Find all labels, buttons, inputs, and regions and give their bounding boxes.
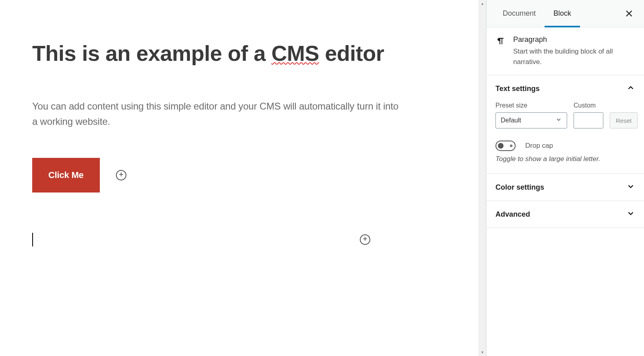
dropcap-hint: Toggle to show a large initial letter. bbox=[495, 155, 635, 163]
preset-size-value: Default bbox=[501, 117, 521, 124]
preset-size-field: Preset size Default bbox=[495, 102, 567, 128]
button-block-row: Click Me bbox=[32, 158, 402, 192]
post-title[interactable]: This is an example of a CMS editor bbox=[32, 40, 402, 66]
tab-document[interactable]: Document bbox=[494, 0, 545, 27]
block-info-text: Paragraph Start with the building block … bbox=[513, 35, 635, 67]
scroll-down-arrow[interactable]: ▼ bbox=[479, 349, 486, 356]
panel-body-text-settings: Preset size Default Custom Reset bbox=[487, 102, 644, 174]
chevron-down-icon bbox=[626, 209, 635, 219]
plus-icon bbox=[362, 236, 368, 243]
title-text-prefix: This is an example of a bbox=[32, 41, 271, 65]
editor-scrollbar[interactable]: ▲ ▼ bbox=[479, 0, 486, 356]
panel-header-color-settings[interactable]: Color settings bbox=[487, 174, 644, 201]
toggle-knob bbox=[498, 143, 504, 149]
add-block-inline-button[interactable] bbox=[116, 170, 126, 180]
preset-size-select[interactable]: Default bbox=[495, 112, 567, 128]
panel-title: Color settings bbox=[495, 183, 544, 192]
paragraph-icon bbox=[495, 35, 506, 67]
font-size-row: Preset size Default Custom Reset bbox=[495, 102, 635, 128]
tab-block[interactable]: Block bbox=[545, 0, 580, 27]
editor-canvas[interactable]: This is an example of a CMS editor You c… bbox=[0, 0, 486, 356]
panel-title: Text settings bbox=[495, 85, 540, 93]
paragraph-block[interactable]: You can add content using this simple ed… bbox=[32, 99, 402, 130]
panel-color-settings: Color settings bbox=[487, 174, 644, 201]
preset-size-label: Preset size bbox=[495, 102, 567, 109]
chevron-up-icon bbox=[626, 83, 635, 94]
cms-button[interactable]: Click Me bbox=[32, 158, 100, 192]
panel-advanced: Advanced bbox=[487, 201, 644, 228]
dropcap-row: Drop cap bbox=[495, 141, 635, 151]
add-block-trailing-button[interactable] bbox=[360, 234, 370, 245]
close-icon: ✕ bbox=[625, 8, 634, 20]
panel-title: Advanced bbox=[495, 210, 530, 219]
block-type-description: Start with the building block of all nar… bbox=[513, 46, 635, 67]
reset-size-button[interactable]: Reset bbox=[610, 112, 638, 128]
custom-size-field: Custom bbox=[574, 102, 603, 128]
custom-size-label: Custom bbox=[574, 102, 603, 109]
text-caret bbox=[32, 233, 33, 246]
title-spellcheck-word[interactable]: CMS bbox=[271, 41, 319, 65]
chevron-down-icon bbox=[626, 182, 635, 192]
custom-size-input[interactable] bbox=[574, 112, 603, 128]
chevron-down-icon bbox=[555, 116, 562, 124]
empty-block-row[interactable] bbox=[32, 233, 402, 246]
editor-content: This is an example of a CMS editor You c… bbox=[0, 0, 435, 271]
panel-header-advanced[interactable]: Advanced bbox=[487, 201, 644, 228]
plus-icon bbox=[118, 172, 124, 179]
scrollbar-track-area[interactable] bbox=[479, 7, 486, 349]
toggle-off-indicator bbox=[510, 145, 512, 147]
scroll-up-arrow[interactable]: ▲ bbox=[479, 0, 486, 7]
dropcap-toggle[interactable] bbox=[495, 141, 516, 151]
title-text-suffix: editor bbox=[319, 41, 384, 65]
close-sidebar-button[interactable]: ✕ bbox=[621, 5, 637, 22]
block-type-title: Paragraph bbox=[513, 35, 635, 44]
settings-sidebar: Document Block ✕ Paragraph Start with th… bbox=[486, 0, 644, 356]
sidebar-tabs: Document Block ✕ bbox=[487, 0, 644, 27]
panel-text-settings: Text settings Preset size Default Cust bbox=[487, 75, 644, 174]
dropcap-label: Drop cap bbox=[525, 142, 553, 150]
block-info: Paragraph Start with the building block … bbox=[487, 27, 644, 75]
panel-header-text-settings[interactable]: Text settings bbox=[487, 75, 644, 102]
